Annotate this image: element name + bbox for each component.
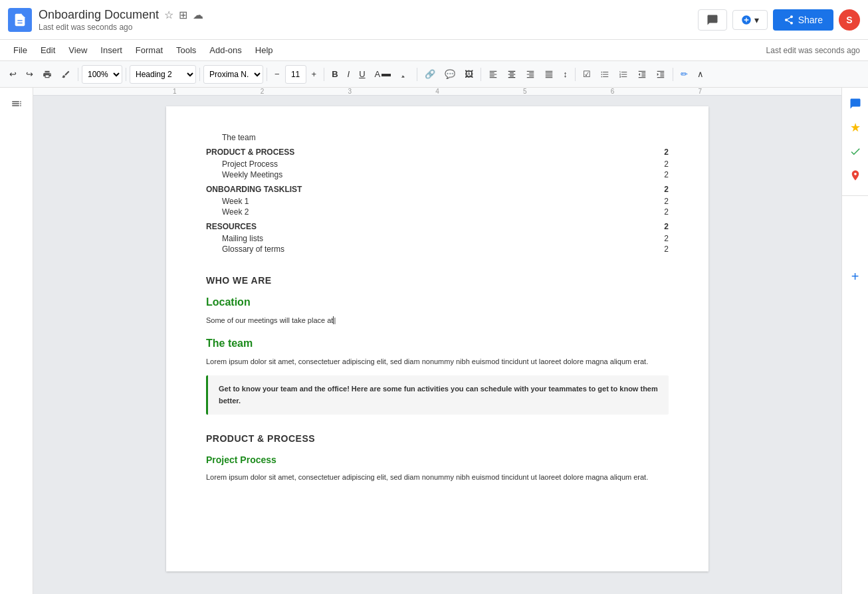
star-icon[interactable]: ☆ <box>164 9 173 21</box>
print-button[interactable] <box>39 65 56 84</box>
indent-inc-button[interactable] <box>652 65 669 84</box>
project-process-heading: Project Process <box>206 454 669 465</box>
toolbar-divider-7 <box>481 68 481 81</box>
undo-button[interactable]: ↩ <box>5 65 21 84</box>
toc-section-product: PRODUCT & PROCESS 2 Project Process 2 We… <box>206 148 669 179</box>
underline-button[interactable]: U <box>355 65 369 84</box>
line-spacing-button[interactable]: ↕ <box>559 65 572 84</box>
location-body[interactable]: Some of our meetings will take place at| <box>206 315 669 327</box>
menu-tools[interactable]: Tools <box>171 43 201 58</box>
checklist-button[interactable]: ☑ <box>579 65 595 84</box>
add-editor-label: ▾ <box>754 15 759 25</box>
the-team-heading: The team <box>206 338 669 349</box>
bullet-list-button[interactable] <box>596 65 613 84</box>
callout-box: Get to know your team and the office! He… <box>206 375 669 415</box>
check-sidebar-icon[interactable] <box>846 142 865 161</box>
last-edit: Last edit was seconds ago <box>39 23 691 32</box>
document-page[interactable]: The team PRODUCT & PROCESS 2 Project Pro… <box>166 106 708 571</box>
outline-icon[interactable] <box>7 94 26 113</box>
team-body-text[interactable]: Lorem ipsum dolor sit amet, consectetuer… <box>206 356 669 368</box>
font-size-inc-button[interactable]: + <box>308 65 321 84</box>
main-layout: 1234567 The team PRODUCT & PROCESS 2 Pro… <box>0 88 868 594</box>
toc-heading-resources: RESOURCES 2 <box>206 222 669 231</box>
format-paint-button[interactable] <box>57 65 74 84</box>
redo-button[interactable]: ↪ <box>22 65 37 84</box>
pen-button[interactable]: ✏ <box>677 65 692 84</box>
collapse-toolbar-button[interactable]: ∧ <box>693 65 708 84</box>
toc-week2: Week 2 2 <box>206 207 669 217</box>
toolbar-divider-9 <box>673 68 673 81</box>
numbered-list-button[interactable] <box>615 65 632 84</box>
align-justify-button[interactable] <box>540 65 558 84</box>
toolbar-divider-8 <box>575 68 576 81</box>
share-button[interactable]: Share <box>773 9 833 31</box>
add-sidebar-button[interactable]: + <box>846 267 865 286</box>
star-sidebar-icon[interactable]: ★ <box>846 118 865 137</box>
link-button[interactable]: 🔗 <box>421 65 439 84</box>
toolbar-divider-3 <box>199 68 200 81</box>
folder-icon[interactable]: ⊞ <box>179 9 187 21</box>
menu-help[interactable]: Help <box>250 43 278 58</box>
toolbar-divider-1 <box>78 68 78 81</box>
doc-icon <box>8 8 32 32</box>
avatar[interactable]: S <box>839 9 860 31</box>
share-label: Share <box>798 15 823 25</box>
content-area[interactable]: 1234567 The team PRODUCT & PROCESS 2 Pro… <box>33 88 841 594</box>
location-heading: Location <box>206 296 669 308</box>
menu-view[interactable]: View <box>63 43 92 58</box>
add-editor-button[interactable]: ▾ <box>732 10 768 30</box>
toc-weekly-meetings: Weekly Meetings 2 <box>206 170 669 179</box>
toolbar-divider-4 <box>267 68 267 81</box>
toc-the-team: The team <box>206 133 669 142</box>
doc-title-row: Onboarding Document ☆ ⊞ ☁ <box>39 8 691 22</box>
menu-bar: File Edit View Insert Format Tools Add-o… <box>0 40 868 61</box>
comment-toolbar-button[interactable]: 💬 <box>441 65 459 84</box>
italic-button[interactable]: I <box>344 65 354 84</box>
menu-format[interactable]: Format <box>130 43 168 58</box>
indent-dec-button[interactable] <box>633 65 651 84</box>
toc-section-onboarding: ONBOARDING TASKLIST 2 Week 1 2 Week 2 2 <box>206 185 669 217</box>
font-select[interactable]: Proxima N... <box>203 65 263 84</box>
top-bar: Onboarding Document ☆ ⊞ ☁ Last edit was … <box>0 0 868 40</box>
toc-prev-item: The team <box>206 133 669 142</box>
zoom-select[interactable]: 100% 75% 125% <box>82 65 122 84</box>
font-size-input[interactable] <box>285 65 306 84</box>
text-color-button[interactable]: A <box>371 65 395 84</box>
toc-glossary: Glossary of terms 2 <box>206 245 669 254</box>
chat-icon[interactable] <box>846 94 865 113</box>
toc-week1: Week 1 2 <box>206 197 669 206</box>
left-sidebar <box>0 88 33 594</box>
top-right-actions: ▾ Share S <box>698 9 860 31</box>
toc-heading-onboarding: ONBOARDING TASKLIST 2 <box>206 185 669 194</box>
ruler: 1234567 <box>33 88 841 96</box>
align-left-button[interactable] <box>485 65 502 84</box>
bold-button[interactable]: B <box>328 65 342 84</box>
toc-heading-product: PRODUCT & PROCESS 2 <box>206 148 669 157</box>
align-right-button[interactable] <box>522 65 539 84</box>
image-button[interactable]: 🖼 <box>461 65 477 84</box>
doc-title[interactable]: Onboarding Document <box>39 8 159 22</box>
toolbar-divider-5 <box>324 68 324 81</box>
toolbar-divider-6 <box>417 68 417 81</box>
callout-text: Get to know your team and the office! He… <box>219 383 658 407</box>
style-select[interactable]: Heading 2 Normal text Heading 1 Heading … <box>130 65 196 84</box>
menu-file[interactable]: File <box>8 43 33 58</box>
who-we-are-heading: WHO WE ARE <box>206 275 669 286</box>
project-body-text[interactable]: Lorem ipsum dolor sit amet, consectetuer… <box>206 472 669 484</box>
toc-project-process: Project Process 2 <box>206 159 669 169</box>
comment-button[interactable] <box>698 9 727 31</box>
right-sidebar: ★ + <box>841 88 868 594</box>
menu-insert[interactable]: Insert <box>95 43 128 58</box>
highlight-button[interactable] <box>396 65 413 84</box>
menu-edit[interactable]: Edit <box>35 43 60 58</box>
last-edit-menu: Last edit was seconds ago <box>766 46 860 55</box>
product-process-heading: PRODUCT & PROCESS <box>206 433 669 444</box>
font-size-dec-button[interactable]: − <box>271 65 284 84</box>
cloud-icon[interactable]: ☁ <box>193 9 203 21</box>
toolbar: ↩ ↪ 100% 75% 125% Heading 2 Normal text … <box>0 61 868 88</box>
menu-addons[interactable]: Add-ons <box>204 43 247 58</box>
toc-section-resources: RESOURCES 2 Mailing lists 2 Glossary of … <box>206 222 669 254</box>
title-area: Onboarding Document ☆ ⊞ ☁ Last edit was … <box>39 8 691 32</box>
maps-sidebar-icon[interactable] <box>846 166 865 185</box>
align-center-button[interactable] <box>503 65 520 84</box>
